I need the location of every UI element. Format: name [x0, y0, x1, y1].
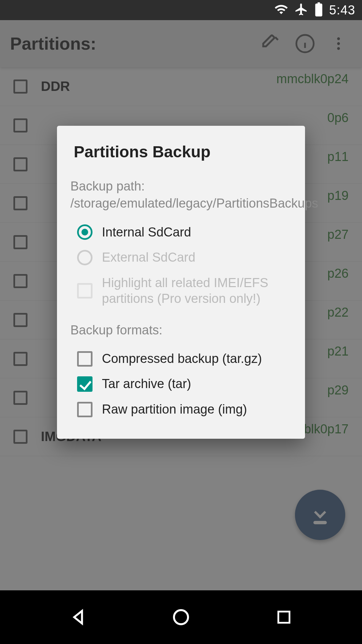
- checkbox-icon: [77, 351, 93, 367]
- svg-rect-8: [278, 611, 289, 623]
- status-time: 5:43: [329, 3, 355, 17]
- radio-internal-sdcard[interactable]: Internal SdCard: [70, 220, 292, 245]
- app-screen: Partitions: DDR mmcblk0p24 0p6 p11: [0, 20, 362, 590]
- status-bar: 5:43: [0, 0, 362, 20]
- checkbox-raw[interactable]: Raw partition image (img): [70, 397, 292, 422]
- wifi-icon: [274, 2, 288, 18]
- checkbox-icon: [77, 402, 93, 417]
- option-label: Compressed backup (tar.gz): [102, 351, 262, 367]
- option-label: Highlight all related IMEI/EFS partition…: [102, 275, 292, 307]
- checkbox-icon: [77, 283, 93, 299]
- option-label: Internal SdCard: [102, 224, 191, 240]
- recents-button[interactable]: [270, 604, 297, 631]
- formats-label: Backup formats:: [70, 322, 292, 339]
- airplane-icon: [294, 2, 308, 18]
- checkbox-tar[interactable]: Tar archive (tar): [70, 371, 292, 397]
- backup-path-label: Backup path: /storage/emulated/legacy/Pa…: [70, 178, 292, 212]
- battery-icon: [314, 2, 323, 18]
- radio-icon: [77, 250, 93, 265]
- navigation-bar: [0, 590, 362, 644]
- back-button[interactable]: [65, 604, 92, 631]
- radio-icon: [77, 224, 93, 240]
- svg-point-7: [174, 610, 188, 624]
- backup-path-value: /storage/emulated/legacy/PartitionsBacku…: [70, 196, 318, 210]
- option-label: External SdCard: [102, 250, 195, 266]
- checkbox-compressed[interactable]: Compressed backup (tar.gz): [70, 346, 292, 372]
- backup-dialog: Partitions Backup Backup path: /storage/…: [57, 126, 305, 439]
- checkbox-icon: [77, 376, 93, 392]
- dialog-title: Partitions Backup: [70, 143, 292, 161]
- checkbox-highlight-imei: Highlight all related IMEI/EFS partition…: [70, 270, 292, 312]
- home-button[interactable]: [168, 604, 194, 631]
- option-label: Tar archive (tar): [102, 376, 191, 392]
- option-label: Raw partition image (img): [102, 401, 247, 418]
- radio-external-sdcard: External SdCard: [70, 245, 292, 270]
- modal-scrim[interactable]: Partitions Backup Backup path: /storage/…: [0, 20, 362, 590]
